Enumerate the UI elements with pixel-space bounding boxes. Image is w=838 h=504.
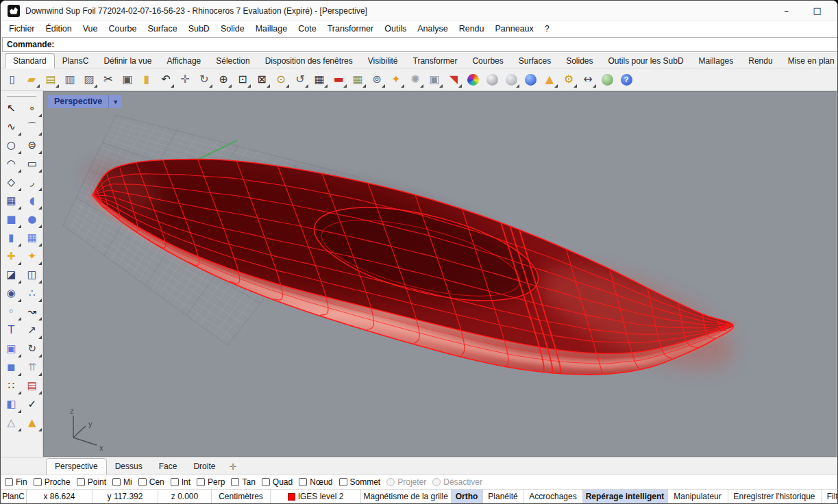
checkbox-icon[interactable] (171, 478, 179, 486)
toolbar-tab-dfinirlavue[interactable]: Définir la vue (96, 54, 159, 68)
ellipse-button[interactable]: ⊜ (22, 136, 43, 155)
menu-item-dition[interactable]: Édition (40, 22, 77, 36)
color-wheel-button[interactable] (464, 71, 482, 88)
text-button[interactable]: T (1, 321, 22, 340)
menu-item-panneaux[interactable]: Panneaux (490, 22, 539, 36)
undo-button[interactable]: ↶ (157, 71, 175, 88)
primitive-objects-button[interactable]: △ (1, 414, 22, 432)
osnap-sommet[interactable]: Sommet (339, 477, 381, 487)
checkbox-icon[interactable] (34, 478, 42, 486)
rendered-view-button[interactable] (521, 71, 539, 88)
points-on-button[interactable]: ◦ (1, 303, 22, 321)
visibility-button[interactable]: ✦ (387, 71, 405, 88)
status-iges-level-2[interactable]: IGES level 2 (271, 490, 361, 503)
toolbar-tab-outilspourlessubd[interactable]: Outils pour les SubD (601, 54, 691, 68)
point-button[interactable]: ∘ (22, 99, 43, 118)
surfboard-model[interactable] (82, 147, 745, 388)
lock-button[interactable]: ▣ (426, 71, 443, 88)
toolbar-tab-surfaces[interactable]: Surfaces (511, 54, 558, 68)
viewport-title-label[interactable]: Perspective (48, 95, 108, 108)
viewport-layout-button[interactable]: ▦ (310, 71, 328, 88)
menu-item-rendu[interactable]: Rendu (454, 22, 490, 36)
save-button[interactable]: ▤ (42, 71, 60, 88)
earth-button[interactable] (598, 71, 616, 88)
maximize-button[interactable]: □ (802, 1, 833, 21)
checkbox-icon[interactable] (138, 478, 147, 486)
viewport-tab-perspective[interactable]: Perspective (46, 458, 107, 475)
curve-handles-button[interactable]: ↝ (22, 303, 43, 321)
options-gears-button[interactable]: ⚙ (560, 71, 578, 88)
osnap-point[interactable]: Point (77, 477, 106, 487)
menu-item-solide[interactable]: Solide (215, 22, 250, 36)
chevron-down-icon[interactable]: ▼ (108, 95, 122, 108)
spotlight-button[interactable]: ▲ (541, 71, 558, 88)
viewport-title[interactable]: Perspective ▼ (48, 95, 122, 108)
checkbox-icon[interactable] (386, 478, 395, 486)
status-enregistrer-l-historique[interactable]: Enregistrer l'historique (728, 490, 822, 503)
command-input[interactable]: Commande: (2, 37, 838, 52)
arc-button[interactable]: ◠ (1, 155, 22, 173)
move-scale-button[interactable]: ↗ (22, 321, 43, 340)
minimize-button[interactable]: – (771, 1, 802, 21)
osnap-mi[interactable]: Mi (112, 477, 132, 487)
status-filtre[interactable]: Filtre (822, 490, 838, 503)
viewport-tab-dessus[interactable]: Dessus (107, 459, 151, 475)
rectangle-button[interactable]: ▭ (22, 155, 43, 173)
menu-item-?[interactable]: ? (539, 22, 555, 36)
zoom-window-button[interactable]: ⊡ (234, 71, 251, 88)
checkbox-icon[interactable] (339, 478, 347, 486)
named-view-button[interactable]: ⊚ (368, 71, 386, 88)
osnap-proche[interactable]: Proche (34, 477, 71, 487)
checkbox-icon[interactable] (77, 478, 85, 486)
status-manipulateur[interactable]: Manipulateur (668, 490, 728, 503)
control-point-curve-button[interactable]: ∿ (1, 118, 22, 136)
menu-item-outils[interactable]: Outils (379, 22, 412, 36)
menu-item-vue[interactable]: Vue (77, 22, 103, 36)
menu-item-maillage[interactable]: Maillage (250, 22, 293, 36)
menu-item-fichier[interactable]: Fichier (3, 22, 40, 36)
osnap-dsactiver[interactable]: Désactiver (432, 477, 482, 487)
toolbar-tab-solides[interactable]: Solides (558, 54, 600, 68)
osnap-cen[interactable]: Cen (138, 477, 164, 487)
pan-button[interactable]: ✛ (176, 71, 194, 88)
checkbox-icon[interactable] (112, 478, 121, 486)
array-path-button[interactable]: ▤ (22, 377, 43, 395)
annotate-doc-button[interactable]: ▨ (80, 71, 98, 88)
polygon-button[interactable]: ◇ (1, 173, 22, 192)
open-file-button[interactable]: ▰ (23, 71, 40, 88)
menu-item-courbe[interactable]: Courbe (103, 22, 143, 36)
toolbar-tab-affichage[interactable]: Affichage (159, 54, 208, 68)
trim-button[interactable]: ◪ (1, 266, 22, 284)
checkbox-icon[interactable] (231, 478, 239, 486)
interpolate-curve-button[interactable]: ⌒ (22, 118, 43, 136)
status-accrochages[interactable]: Accrochages (524, 490, 583, 503)
fillet-edge-button[interactable]: ✦ (22, 247, 43, 266)
menu-item-transformer[interactable]: Transformer (322, 22, 380, 36)
osnap-nud[interactable]: Nœud (299, 477, 332, 487)
help-button[interactable]: ? (617, 71, 635, 88)
toolbar-tab-plansc[interactable]: PlansC (55, 54, 97, 68)
checkbox-icon[interactable] (299, 478, 307, 486)
status-planc[interactable]: PlanC (1, 490, 27, 503)
shaded-view-button[interactable] (483, 71, 501, 88)
osnap-int[interactable]: Int (171, 477, 190, 487)
lightbulb-button[interactable]: ✺ (406, 71, 424, 88)
view-undo-button[interactable]: ↺ (291, 71, 309, 88)
toolbar-tab-dispositiondesfentres[interactable]: Disposition des fenêtres (258, 54, 360, 68)
zoom-extents-button[interactable]: ⊠ (253, 71, 271, 88)
osnap-projeter[interactable]: Projeter (386, 477, 426, 487)
rotate-view-button[interactable]: ↻ (195, 71, 213, 88)
split-button[interactable]: ◫ (22, 266, 43, 284)
status-ortho[interactable]: Ortho (452, 490, 483, 503)
extrude-button[interactable]: ⇈ (22, 358, 43, 377)
status-rep-rage-intelligent[interactable]: Repérage intelligent (583, 490, 668, 503)
perspective-viewport[interactable]: zyx Perspective ▼ (43, 91, 837, 457)
circle-button[interactable]: ○ (1, 136, 22, 155)
check-button[interactable]: ✓ (22, 395, 43, 414)
join-button[interactable]: ◉ (1, 284, 22, 303)
array-button[interactable]: ∷ (1, 377, 22, 395)
toolbar-tab-miseenplan[interactable]: Mise en plan (780, 54, 838, 68)
cut-button[interactable]: ✂ (99, 71, 117, 88)
viewport-tab-droite[interactable]: Droite (185, 459, 223, 475)
group-button[interactable]: ∴ (22, 284, 43, 303)
